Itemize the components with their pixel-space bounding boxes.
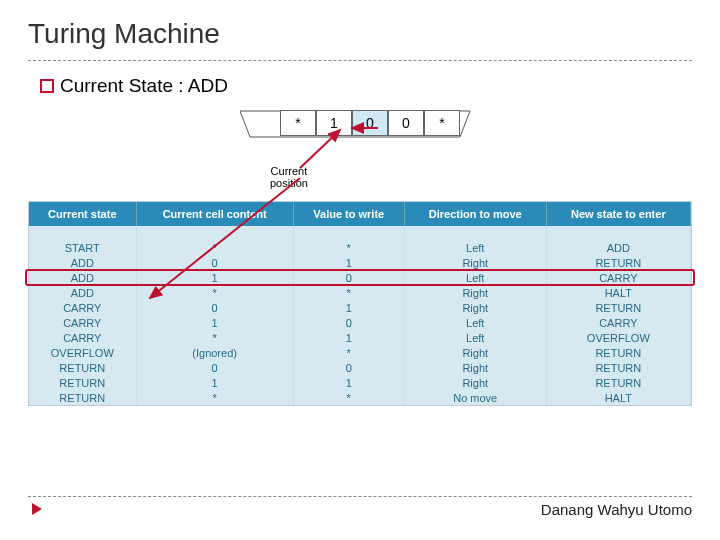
table-cell: * [293,345,404,360]
table-header: Value to write [293,202,404,226]
table-cell: Right [404,285,546,300]
table-cell: 1 [293,330,404,345]
transition-table: Current stateCurrent cell contentValue t… [28,201,692,406]
table-cell: ADD [29,255,136,270]
table-cell: START [29,240,136,255]
tape-cell: * [424,110,460,136]
table-row: RETURN**No moveHALT [29,390,691,405]
table-row: RETURN11RightRETURN [29,375,691,390]
table-cell: Right [404,300,546,315]
table-cell: * [136,390,293,405]
table-row: ADD01RightRETURN [29,255,691,270]
table-cell: 1 [136,270,293,285]
current-position-label: Currentposition [270,165,308,189]
current-state-text: Current State : ADD [60,75,228,97]
tape-cell: 0 [388,110,424,136]
table-cell: * [293,285,404,300]
tape-cell: 0 [352,110,388,136]
table-cell: 0 [136,300,293,315]
table-row: ADD10LeftCARRY [29,270,691,285]
table-cell: RETURN [546,360,690,375]
table-cell: RETURN [546,345,690,360]
table-cell: ADD [546,240,690,255]
table-cell: * [136,240,293,255]
footer-text: Danang Wahyu Utomo [541,501,692,518]
table-header: New state to enter [546,202,690,226]
table-cell: HALT [546,390,690,405]
table-header: Direction to move [404,202,546,226]
table-row: RETURN00RightRETURN [29,360,691,375]
table-cell: 0 [293,270,404,285]
table-cell: Right [404,375,546,390]
table-cell: ADD [29,285,136,300]
table-cell: Right [404,255,546,270]
table-cell: CARRY [29,315,136,330]
table-cell: 0 [136,255,293,270]
table-cell: 0 [293,360,404,375]
table-cell: 1 [136,375,293,390]
table-cell: Left [404,330,546,345]
table-row: START**LeftADD [29,240,691,255]
table-cell: * [293,240,404,255]
tape-cell: 1 [316,110,352,136]
table-cell: * [293,390,404,405]
bullet-box-icon [40,79,54,93]
table-cell: CARRY [29,300,136,315]
play-icon [32,503,44,515]
table-cell: Left [404,240,546,255]
table-cell: CARRY [29,330,136,345]
table-row: CARRY01RightRETURN [29,300,691,315]
table-cell: 1 [293,300,404,315]
table-cell: Left [404,315,546,330]
table-cell: 1 [293,255,404,270]
table-cell: Right [404,345,546,360]
current-state-line: Current State : ADD [0,71,720,97]
table-cell: 0 [136,360,293,375]
table-cell: RETURN [29,360,136,375]
table-cell: Left [404,270,546,285]
table-row: ADD**RightHALT [29,285,691,300]
table-cell: RETURN [546,255,690,270]
table-cell: No move [404,390,546,405]
tape-cell: * [280,110,316,136]
table-cell: OVERFLOW [546,330,690,345]
table-cell: CARRY [546,270,690,285]
slide-title: Turing Machine [0,0,720,56]
table-cell: CARRY [546,315,690,330]
table-cell: Right [404,360,546,375]
table-cell: RETURN [29,375,136,390]
table-cell: * [136,285,293,300]
table-cell: HALT [546,285,690,300]
table-cell: RETURN [29,390,136,405]
table-cell: 1 [293,375,404,390]
table-cell: 0 [293,315,404,330]
table-cell: 1 [136,315,293,330]
table-row: CARRY*1LeftOVERFLOW [29,330,691,345]
footer: Danang Wahyu Utomo [28,496,692,518]
table-cell: RETURN [546,375,690,390]
title-divider [28,60,692,61]
table-row: CARRY10LeftCARRY [29,315,691,330]
table-cell: (Ignored) [136,345,293,360]
table-cell: * [136,330,293,345]
tape-diagram: *100* [150,107,570,145]
svg-marker-4 [32,503,42,515]
table-header: Current state [29,202,136,226]
table-cell: RETURN [546,300,690,315]
table-cell: OVERFLOW [29,345,136,360]
table-row: OVERFLOW(Ignored)*RightRETURN [29,345,691,360]
table-header: Current cell content [136,202,293,226]
table-cell: ADD [29,270,136,285]
